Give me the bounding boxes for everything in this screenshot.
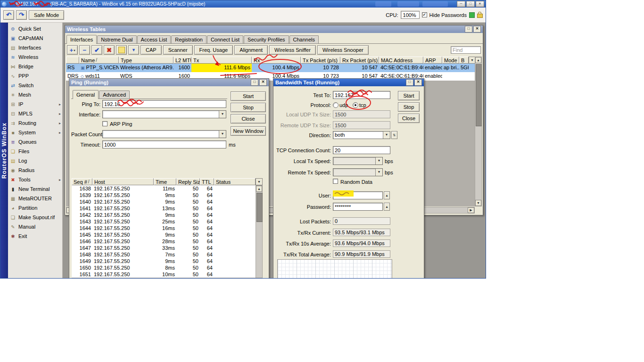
sidebar-item-make-supout-rif[interactable]: ❏Make Supout.rif	[8, 213, 62, 222]
tab-general[interactable]: General	[73, 90, 99, 99]
wireless-tables-titlebar[interactable]: Wireless Tables □ ✕	[65, 25, 483, 33]
cap-button[interactable]: CAP	[140, 45, 162, 55]
wireless-sniffer-button[interactable]: Wireless Sniffer	[269, 45, 316, 55]
column-header-reply-size[interactable]: Reply Size	[176, 178, 200, 185]
ping-result-row[interactable]: 1639192.167.55.2509ms5064	[72, 192, 263, 198]
interface-select[interactable]: ▼	[102, 110, 226, 118]
test-to-input[interactable]	[333, 91, 390, 99]
ping-result-row[interactable]: 1640192.167.55.2509ms5064	[72, 198, 263, 205]
column-header-arp[interactable]: ARP	[423, 57, 442, 64]
password-collapse-button[interactable]: ▲	[384, 203, 390, 211]
freq-usage-button[interactable]: Freq. Usage	[194, 45, 233, 55]
column-header-ttl[interactable]: TTL	[200, 178, 214, 185]
column-header-mode[interactable]: Mode	[442, 57, 459, 64]
ping-stop-button[interactable]: Stop	[231, 103, 266, 112]
ping-result-row[interactable]: 1646192.167.55.25028ms5064	[72, 238, 263, 245]
column-header-host[interactable]: Host	[92, 178, 154, 185]
column-header-time[interactable]: Time	[154, 178, 176, 185]
column-menu-icon[interactable]: ▼	[256, 178, 263, 185]
sidebar-item-interfaces[interactable]: ▤Interfaces	[8, 43, 62, 52]
ping-result-row[interactable]: 1643192.167.55.25025ms5064	[72, 218, 263, 225]
remove-button[interactable]: −	[79, 45, 90, 55]
sidebar-item-manual[interactable]: ✎Manual	[8, 222, 62, 231]
ping-new-window-button[interactable]: New Window	[231, 126, 266, 136]
column-header-name[interactable]: Name/	[79, 57, 119, 64]
column-header-mac-address[interactable]: MAC Address	[379, 57, 423, 64]
disable-button[interactable]: ✖	[104, 45, 115, 55]
ping-result-row[interactable]: 1647192.167.55.25033ms5064	[72, 245, 263, 251]
wireless-snooper-button[interactable]: Wireless Snooper	[317, 45, 369, 55]
minimize-button[interactable]: ─	[457, 1, 465, 7]
sidebar-item-ip[interactable]: ⊞IP▸	[8, 99, 62, 109]
scroll-up-icon[interactable]: ▲	[256, 186, 262, 192]
sidebar-item-radius[interactable]: ◉Radius	[8, 165, 62, 175]
tab-nstreme-dual[interactable]: Nstreme Dual	[97, 35, 136, 43]
hide-passwords-checkbox[interactable]: ✔	[422, 12, 427, 17]
find-input[interactable]	[451, 46, 481, 54]
tab-security-profiles[interactable]: Security Profiles	[244, 35, 289, 43]
maximize-button[interactable]: □	[251, 79, 258, 86]
close-button[interactable]: ✕	[476, 1, 484, 7]
ping-result-row[interactable]: 1651192.167.55.25010ms5064	[72, 271, 263, 278]
tab-advanced[interactable]: Advanced	[99, 90, 130, 99]
udp-radio[interactable]	[333, 102, 339, 108]
sidebar-item-mpls[interactable]: ⊟MPLS▸	[8, 109, 62, 118]
column-header-type[interactable]: Type	[119, 57, 173, 64]
safe-mode-button[interactable]: Safe Mode	[29, 10, 64, 20]
sidebar-item-log[interactable]: ▤Log	[8, 156, 62, 165]
bt-close-button[interactable]: Close	[398, 114, 420, 123]
alignment-button[interactable]: Alignment	[234, 45, 268, 55]
bt-stop-button[interactable]: Stop	[398, 102, 420, 112]
tab-channels[interactable]: Channels	[289, 35, 319, 43]
column-header-flag[interactable]	[66, 57, 79, 64]
column-header-rx-packet-p-s[interactable]: Rx Packet (p/s)	[340, 57, 379, 64]
ping-result-row[interactable]: 1645192.167.55.2509ms5064	[72, 231, 263, 238]
user-input[interactable]	[333, 191, 383, 199]
undo-button[interactable]: ↶	[3, 10, 14, 20]
tcp-radio[interactable]	[353, 102, 358, 108]
close-button[interactable]: ✕	[414, 79, 422, 86]
column-header-tx[interactable]: Tx	[191, 57, 252, 64]
sidebar-item-wireless[interactable]: ≋Wireless	[8, 52, 62, 62]
column-header-tx-packet-p-s[interactable]: Tx Packet (p/s)	[301, 57, 340, 64]
maximize-button[interactable]: □	[465, 26, 472, 33]
sidebar-item-partition[interactable]: ◕Partition	[8, 203, 62, 213]
sidebar-item-tools[interactable]: ✖Tools▸	[8, 175, 62, 184]
tab-connect-list[interactable]: Connect List	[207, 35, 243, 43]
ping-to-input[interactable]	[102, 100, 226, 108]
sidebar-item-routing[interactable]: ⇉Routing▸	[8, 118, 62, 128]
sidebar-item-switch[interactable]: ⇄Switch	[8, 81, 62, 90]
enable-button[interactable]: ✔	[91, 45, 102, 55]
ping-result-row[interactable]: 1650192.167.55.2508ms5064	[72, 264, 263, 271]
random-data-checkbox[interactable]	[333, 179, 338, 184]
vertical-scrollbar[interactable]: ▲ ▼	[475, 57, 482, 206]
bandwidth-test-titlebar[interactable]: Bandwidth Test (Running) □ ✕	[273, 79, 424, 86]
ping-result-row[interactable]: 1649192.167.55.2509ms5064	[72, 258, 263, 264]
ping-result-row[interactable]: 1644192.167.55.25016ms5064	[72, 225, 263, 231]
ping-titlebar[interactable]: Ping (Running) □ ✕	[69, 79, 269, 86]
ping-start-button[interactable]: Start	[231, 91, 266, 101]
column-header-status[interactable]: Status	[214, 178, 256, 185]
ping-result-row[interactable]: 1638192.167.55.25011ms5064	[72, 185, 263, 192]
user-collapse-button[interactable]: ▲	[384, 191, 390, 199]
tab-access-list[interactable]: Access List	[137, 35, 171, 43]
sidebar-item-exit[interactable]: ✱Exit	[8, 231, 62, 241]
arp-ping-checkbox[interactable]	[102, 121, 107, 126]
column-header-b[interactable]: B	[459, 57, 469, 64]
scroll-right-icon[interactable]: ▶	[468, 207, 474, 213]
filter-button[interactable]: ▼	[128, 45, 139, 55]
sidebar-item-quick-set[interactable]: ⚙Quick Set	[8, 24, 62, 33]
scrollbar-thumb[interactable]	[476, 64, 482, 126]
sidebar-item-bridge[interactable]: ⋈Bridge	[8, 62, 62, 71]
close-button[interactable]: ✕	[473, 26, 481, 33]
ping-close-button[interactable]: Close	[231, 114, 266, 123]
tab-registration[interactable]: Registration	[171, 35, 206, 43]
direction-spin-button[interactable]: ⇅	[391, 131, 397, 139]
ping-result-row[interactable]: 1641192.167.55.25013ms5064	[72, 205, 263, 212]
window-titlebar[interactable]: @192.16A(RB-AC_S.BARBARA) - WinBox v6.15…	[0, 0, 486, 8]
vertical-scrollbar[interactable]: ▲	[256, 185, 263, 278]
tab-interfaces[interactable]: Interfaces	[66, 35, 97, 44]
sidebar-item-metarouter[interactable]: ▦MetaROUTER	[8, 194, 62, 203]
bt-start-button[interactable]: Start	[398, 91, 420, 100]
password-input[interactable]	[333, 203, 383, 211]
